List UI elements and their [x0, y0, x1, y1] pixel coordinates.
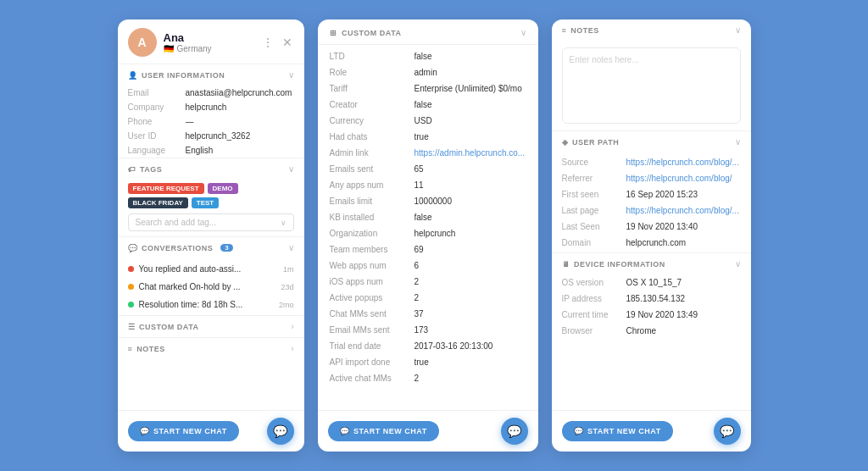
user-path-header[interactable]: ◈ USER PATH ∨ — [552, 131, 751, 152]
notes-textarea[interactable]: Enter notes here... — [562, 47, 741, 124]
data-row-team-members: Team members 69 — [318, 241, 538, 258]
admin-link-value[interactable]: https://admin.helpcrunch.co... — [415, 148, 526, 158]
path-row-last-seen: Last Seen 19 Nov 2020 13:40 — [552, 219, 751, 235]
conversations-badge: 3 — [220, 244, 233, 252]
start-new-chat-button-2[interactable]: 💬 START NEW CHAT — [328, 421, 439, 441]
device-row-ip: IP address 185.130.54.132 — [552, 291, 751, 307]
data-row-role: Role admin — [318, 64, 538, 80]
tags-header[interactable]: 🏷 TAGS ∨ — [118, 158, 304, 180]
role-label: Role — [330, 68, 406, 77]
conversation-item-1[interactable]: You replied and auto-assi... 1m — [118, 260, 304, 278]
phone-label: Phone — [128, 117, 179, 126]
tag-demo[interactable]: DEMO — [208, 183, 238, 194]
contact-name: Ana — [164, 31, 212, 44]
email-mms-value: 173 — [415, 325, 526, 335]
notes-link-label: ≡ NOTES — [128, 345, 165, 353]
data-row-active-popups: Active popups 2 — [318, 290, 538, 306]
country-label: Germany — [177, 44, 212, 53]
os-value: OS X 10_15_7 — [626, 278, 741, 287]
contact-info-group: A Ana 🇩🇪 Germany — [128, 28, 212, 57]
custom-data-link[interactable]: ☰ CUSTOM DATA › — [118, 315, 304, 337]
tag-search-chevron-icon: ∨ — [281, 219, 287, 227]
conversations-header[interactable]: 💬 CONVERSATIONS 3 ∨ — [118, 237, 304, 258]
last-page-value[interactable]: https://helpcrunch.com/blog/... — [626, 206, 741, 215]
conv-text-2: Chat marked On-hold by ... — [139, 282, 276, 291]
conversation-item-2[interactable]: Chat marked On-hold by ... 23d — [118, 278, 304, 296]
data-row-emails-limit: Emails limit 10000000 — [318, 193, 538, 209]
referrer-label: Referrer — [562, 174, 620, 183]
tag-feature-request[interactable]: FEATURE REQUEST — [128, 183, 204, 194]
panel3-footer: 💬 START NEW CHAT 💬 — [552, 410, 751, 452]
custom-data-panel: ⊞ CUSTOM DATA ∨ LTD false Role admin Tar… — [318, 19, 538, 452]
conversation-item-3[interactable]: Resolution time: 8d 18h S... 2mo — [118, 296, 304, 313]
tag-black-friday[interactable]: BLACK FRIDAY — [128, 197, 188, 208]
emails-limit-value: 10000000 — [415, 197, 526, 206]
device-info-header[interactable]: 🖥 DEVICE INFORMATION ∨ — [552, 253, 751, 274]
data-row-tariff: Tariff Enterprise (Unlimited) $0/mo — [318, 80, 538, 97]
emails-sent-label: Emails sent — [330, 164, 406, 174]
path-row-referrer: Referrer https://helpcrunch.com/blog/ — [552, 170, 751, 186]
info-row-company: Company helpcrunch — [118, 100, 304, 114]
tariff-value: Enterprise (Unlimited) $0/mo — [415, 84, 526, 93]
panel1-footer: 💬 START NEW CHAT 💬 — [118, 410, 304, 452]
tag-search-input[interactable]: Search and add tag... ∨ — [128, 213, 294, 231]
chat-btn-icon-3: 💬 — [574, 427, 584, 435]
ltd-value: false — [415, 52, 526, 61]
first-seen-value: 16 Sep 2020 15:23 — [626, 190, 741, 199]
info-row-phone: Phone — — [118, 114, 304, 129]
notes-link[interactable]: ≡ NOTES › — [118, 337, 304, 359]
user-info-header[interactable]: 👤 USER INFORMATION ∨ — [118, 64, 304, 86]
ip-value: 185.130.54.132 — [626, 294, 741, 303]
source-value[interactable]: https://helpcrunch.com/blog/... — [626, 158, 741, 167]
chat-fab-icon-3: 💬 — [720, 424, 734, 438]
team-members-label: Team members — [330, 245, 406, 254]
last-seen-value: 19 Nov 2020 13:40 — [626, 222, 741, 231]
trial-end-value: 2017-03-16 20:13:00 — [415, 341, 526, 351]
notes-section-header[interactable]: ≡ NOTES ∨ — [552, 19, 751, 41]
chat-mms-label: Chat MMs sent — [330, 309, 406, 319]
web-apps-label: Web apps num — [330, 261, 406, 270]
os-label: OS version — [562, 278, 620, 287]
list-icon: ☰ — [128, 323, 136, 331]
chat-fab-1[interactable]: 💬 — [267, 418, 294, 445]
domain-label: Domain — [562, 238, 620, 247]
had-chats-value: true — [415, 132, 526, 141]
data-row-ltd: LTD false — [318, 48, 538, 64]
active-popups-label: Active popups — [330, 293, 406, 302]
start-new-chat-button-3[interactable]: 💬 START NEW CHAT — [562, 421, 673, 441]
custom-data-scroll[interactable]: LTD false Role admin Tariff Enterprise (… — [318, 45, 538, 410]
panel2-footer: 💬 START NEW CHAT 💬 — [318, 410, 538, 452]
notes-section-icon: ≡ — [562, 26, 567, 35]
data-row-web-apps: Web apps num 6 — [318, 258, 538, 274]
user-info-title: 👤 USER INFORMATION — [128, 71, 225, 80]
admin-link-label: Admin link — [330, 148, 406, 158]
tags-title: 🏷 TAGS — [128, 165, 163, 174]
any-apps-label: Any apps num — [330, 180, 406, 190]
flag-icon: 🇩🇪 — [164, 44, 174, 53]
data-row-currency: Currency USD — [318, 113, 538, 129]
device-info-section: 🖥 DEVICE INFORMATION ∨ OS version OS X 1… — [552, 252, 751, 339]
tag-test[interactable]: TEST — [192, 197, 219, 208]
kb-installed-value: false — [415, 213, 526, 222]
custom-data-chevron-icon: ∨ — [520, 28, 526, 37]
more-icon[interactable]: ⋮ — [260, 34, 275, 51]
chat-mms-value: 37 — [415, 309, 526, 319]
device-row-time: Current time 19 Nov 2020 13:49 — [552, 307, 751, 323]
conv-dot-3 — [128, 302, 134, 308]
conv-time-3: 2mo — [279, 301, 294, 309]
conversations-title: 💬 CONVERSATIONS 3 — [128, 244, 234, 252]
tag-icon: 🏷 — [128, 165, 136, 174]
chat-fab-2[interactable]: 💬 — [501, 418, 528, 445]
data-row-active-chat-mms: Active chat MMs 2 — [318, 370, 538, 386]
conv-text-1: You replied and auto-assi... — [139, 264, 278, 274]
device-row-os: OS version OS X 10_15_7 — [552, 274, 751, 291]
notes-section-chevron-icon: ∨ — [735, 25, 741, 35]
close-icon[interactable]: ✕ — [281, 34, 294, 51]
info-row-userid: User ID helpcrunch_3262 — [118, 129, 304, 143]
referrer-value[interactable]: https://helpcrunch.com/blog/ — [626, 174, 741, 183]
chat-fab-3[interactable]: 💬 — [714, 418, 741, 445]
info-row-email: Email anastasiia@helpcrunch.com — [118, 86, 304, 100]
conv-time-2: 23d — [281, 283, 293, 291]
start-new-chat-button-1[interactable]: 💬 START NEW CHAT — [128, 421, 239, 441]
device-info-title: 🖥 DEVICE INFORMATION — [562, 260, 665, 269]
